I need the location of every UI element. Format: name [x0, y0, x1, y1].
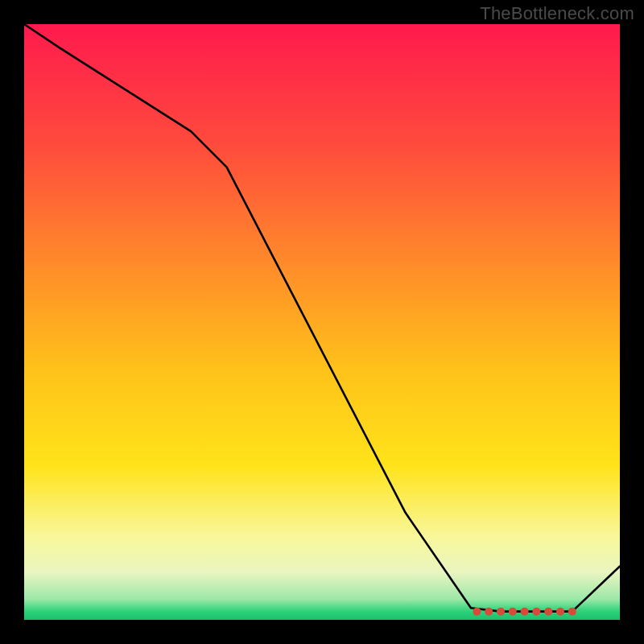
plot-area [24, 24, 620, 620]
plateau-marker [485, 608, 493, 616]
plateau-marker [568, 608, 576, 616]
plateau-marker [532, 608, 540, 616]
plateau-marker [521, 608, 529, 616]
plateau-marker [497, 608, 505, 616]
chart-root: TheBottleneck.com [0, 0, 644, 644]
watermark-text: TheBottleneck.com [480, 3, 634, 24]
chart-svg [24, 24, 620, 620]
plateau-marker [544, 608, 552, 616]
plateau-markers [473, 608, 576, 616]
gradient-background [24, 24, 620, 620]
plateau-marker [473, 608, 481, 616]
plateau-marker [556, 608, 564, 616]
plateau-marker [509, 608, 517, 616]
